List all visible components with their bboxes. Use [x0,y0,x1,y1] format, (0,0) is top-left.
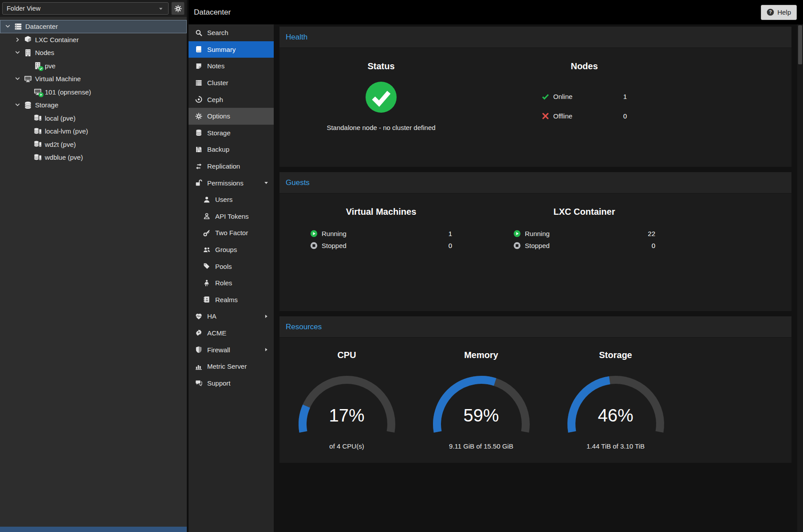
tree-expander-down-icon[interactable] [14,75,21,82]
tree-item-storage[interactable]: Storage [0,99,187,112]
tree-item-nodes[interactable]: Nodes [0,46,187,59]
stop-circle-icon [310,242,318,249]
lxc-table: Running 22 Stopped 0 [513,228,655,252]
tree-item-local-pve[interactable]: local (pve) [0,112,187,125]
tree-item-virtual-machine[interactable]: Virtual Machine [0,72,187,86]
storage-drive-icon [34,127,42,135]
tree-item-label: pve [45,62,55,70]
tree-item-wdblue-pve[interactable]: wdblue (pve) [0,151,187,164]
nodes-offline-row: Offline 0 [542,106,627,126]
menu-item-ceph[interactable]: Ceph [189,91,274,108]
menu-item-permissions[interactable]: Permissions [189,174,274,191]
lxc-running-label: Running [525,230,550,237]
tree-item-datacenter[interactable]: Datacenter [0,20,187,33]
menu-item-metric-server[interactable]: Metric Server [189,358,274,375]
resource-tree-panel: Folder View DatacenterLXC ContainerNodes… [0,0,187,532]
key-icon [203,229,210,236]
menu-item-backup[interactable]: Backup [189,141,274,158]
status-ok-icon [365,81,397,113]
menu-item-label: Options [207,112,230,120]
health-panel-header: Health [279,27,791,48]
menu-item-users[interactable]: Users [189,191,274,208]
tree-item-101-opnsense[interactable]: 101 (opnsense) [0,86,187,99]
status-heading: Status [367,61,394,71]
building-icon [34,62,42,70]
tags-icon [203,263,210,270]
content-header: Datacenter ? Help [189,0,803,24]
menu-item-storage[interactable]: Storage [189,125,274,142]
help-button[interactable]: ? Help [761,5,797,20]
lxc-stopped-value: 0 [652,242,655,249]
menu-item-label: API Tokens [215,213,249,220]
nodes-offline-value: 0 [623,112,627,120]
view-mode-combobox[interactable]: Folder View [2,2,169,15]
menu-item-roles[interactable]: Roles [189,275,274,292]
menu-item-label: Summary [207,46,236,53]
resources-panel-header: Resources [279,316,791,338]
status-column: Status Standalone node - no cluster defi… [279,48,483,167]
health-panel-title: Health [286,33,307,42]
floppy-icon [195,146,202,153]
shield-icon [195,346,202,353]
tree-item-label: local-lvm (pve) [45,127,88,135]
menu-item-two-factor[interactable]: Two Factor [189,225,274,241]
nodes-column: Nodes Online 1 Offline 0 [483,48,686,167]
cross-icon [542,112,549,120]
tree-item-local-lvm-pve[interactable]: local-lvm (pve) [0,125,187,138]
menu-item-cluster[interactable]: Cluster [189,75,274,91]
check-badge-icon [39,66,43,71]
menu-item-label: Support [207,379,231,387]
menu-item-realms[interactable]: Realms [189,292,274,308]
menu-item-groups[interactable]: Groups [189,241,274,258]
menu-item-notes[interactable]: Notes [189,58,274,75]
person-icon [203,280,210,287]
lxc-column: LXC Container Running 22 Stopped 0 [483,193,686,311]
memory-gauge-column: Memory 59% 9.11 GiB of 15.50 GiB [414,338,548,463]
help-button-label: Help [777,8,791,16]
cpu-gauge-caption: of 4 CPU(s) [329,442,364,450]
menu-item-ha[interactable]: HA [189,308,274,325]
storage-heading: Storage [599,350,632,360]
tree-indent-spacer [24,128,31,134]
tree-expander-down-icon[interactable] [14,49,21,56]
tree-expander-right-icon[interactable] [14,36,21,43]
menu-item-options[interactable]: Options [189,108,274,125]
tree-settings-button[interactable] [171,2,185,15]
play-circle-icon [310,230,318,237]
tree-item-label: Storage [35,101,59,109]
tree-expander-down-icon[interactable] [4,23,11,30]
menu-item-replication[interactable]: Replication [189,158,274,175]
user-o-icon [203,213,210,220]
menu-item-api-tokens[interactable]: API Tokens [189,208,274,225]
tree-item-pve[interactable]: pve [0,59,187,73]
tree-item-label: wdblue (pve) [45,154,83,161]
menu-item-support[interactable]: Support [189,374,274,391]
resources-panel: Resources CPU 17% of 4 CPU(s) Memory 59%… [279,316,791,463]
scrollbar-thumb[interactable] [798,25,802,64]
menu-item-label: Realms [215,296,238,303]
tree-indent-spacer [24,89,31,95]
tree-expander-down-icon[interactable] [14,102,21,108]
vertical-scrollbar[interactable] [797,24,803,532]
nodes-online-value: 1 [623,93,627,100]
lxc-stopped-row: Stopped 0 [513,240,655,252]
storage-gauge: 46% [558,374,673,439]
menu-item-label: Ceph [207,96,223,103]
storage-drive-icon [34,114,42,122]
tree-item-lxc-container[interactable]: LXC Container [0,33,187,47]
submenu-arrow-right-icon [263,347,269,353]
certificate-icon [195,329,202,336]
menu-item-summary[interactable]: Summary [189,41,274,58]
vm-running-row: Running 1 [310,228,452,240]
menu-item-firewall[interactable]: Firewall [189,341,274,358]
bar-chart-icon [195,363,202,370]
tree-item-wd2t-pve[interactable]: wd2t (pve) [0,138,187,151]
menu-item-search[interactable]: Search [189,24,274,41]
submenu-arrow-down-icon [263,180,269,186]
storage-gauge-caption: 1.44 TiB of 3.10 TiB [587,442,645,450]
page-title: Datacenter [194,8,231,17]
menu-item-acme[interactable]: ACME [189,325,274,342]
menu-item-pools[interactable]: Pools [189,258,274,275]
memory-heading: Memory [464,350,498,360]
vm-stopped-label: Stopped [322,242,346,249]
